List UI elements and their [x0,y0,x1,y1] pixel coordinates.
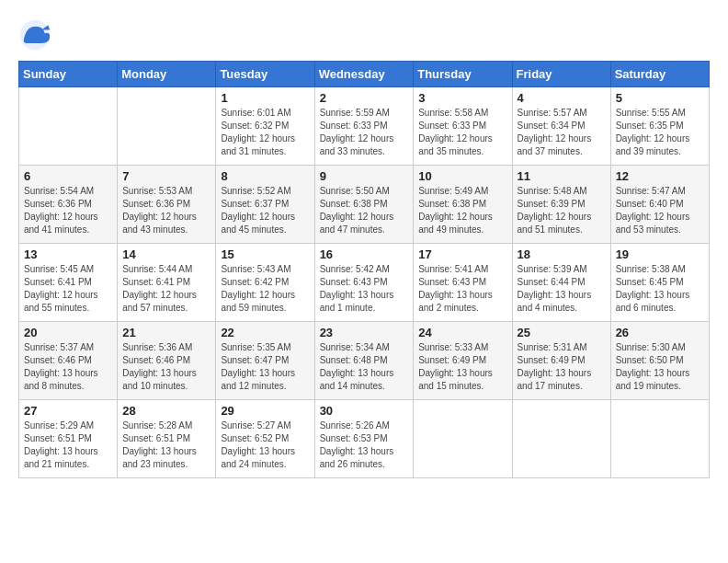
calendar-cell: 27Sunrise: 5:29 AM Sunset: 6:51 PM Dayli… [19,400,118,478]
calendar-week-row: 1Sunrise: 6:01 AM Sunset: 6:32 PM Daylig… [19,87,710,166]
calendar-week-row: 13Sunrise: 5:45 AM Sunset: 6:41 PM Dayli… [19,244,710,322]
calendar-cell: 2Sunrise: 5:59 AM Sunset: 6:33 PM Daylig… [314,87,414,166]
day-number: 30 [320,404,409,418]
day-header-sunday: Sunday [19,62,118,87]
day-number: 8 [221,169,309,183]
day-header-friday: Friday [512,62,610,87]
day-info: Sunrise: 5:47 AM Sunset: 6:40 PM Dayligh… [616,185,704,236]
calendar-cell: 25Sunrise: 5:31 AM Sunset: 6:49 PM Dayli… [512,322,610,400]
day-info: Sunrise: 5:58 AM Sunset: 6:33 PM Dayligh… [418,107,506,158]
day-info: Sunrise: 5:29 AM Sunset: 6:51 PM Dayligh… [24,419,112,471]
calendar-cell [414,400,512,478]
calendar-cell: 21Sunrise: 5:36 AM Sunset: 6:46 PM Dayli… [118,322,216,400]
calendar-cell: 3Sunrise: 5:58 AM Sunset: 6:33 PM Daylig… [414,87,512,166]
day-info: Sunrise: 5:34 AM Sunset: 6:48 PM Dayligh… [320,341,409,393]
day-number: 12 [616,169,704,183]
calendar-cell: 19Sunrise: 5:38 AM Sunset: 6:45 PM Dayli… [610,244,709,322]
day-number: 2 [320,91,409,105]
day-header-monday: Monday [118,62,216,87]
day-header-thursday: Thursday [414,62,512,87]
day-number: 18 [518,247,606,261]
day-number: 24 [418,326,506,339]
calendar-cell: 5Sunrise: 5:55 AM Sunset: 6:35 PM Daylig… [610,87,709,166]
day-number: 7 [122,169,210,183]
calendar-header-row: SundayMondayTuesdayWednesdayThursdayFrid… [19,62,710,87]
calendar-cell: 15Sunrise: 5:43 AM Sunset: 6:42 PM Dayli… [216,244,314,322]
calendar-cell: 11Sunrise: 5:48 AM Sunset: 6:39 PM Dayli… [512,166,610,244]
calendar-cell: 14Sunrise: 5:44 AM Sunset: 6:41 PM Dayli… [118,244,216,322]
day-info: Sunrise: 5:59 AM Sunset: 6:33 PM Dayligh… [320,107,409,158]
calendar-cell: 8Sunrise: 5:52 AM Sunset: 6:37 PM Daylig… [216,166,314,244]
day-info: Sunrise: 5:45 AM Sunset: 6:41 PM Dayligh… [24,263,112,315]
day-info: Sunrise: 5:41 AM Sunset: 6:43 PM Dayligh… [418,263,506,315]
day-number: 13 [24,247,112,261]
calendar-cell [19,87,118,166]
calendar-week-row: 20Sunrise: 5:37 AM Sunset: 6:46 PM Dayli… [19,322,710,400]
day-number: 6 [24,169,112,183]
calendar-cell: 20Sunrise: 5:37 AM Sunset: 6:46 PM Dayli… [19,322,118,400]
calendar-cell: 13Sunrise: 5:45 AM Sunset: 6:41 PM Dayli… [19,244,118,322]
calendar-cell [118,87,216,166]
day-header-wednesday: Wednesday [314,62,414,87]
day-info: Sunrise: 5:36 AM Sunset: 6:46 PM Dayligh… [122,341,210,393]
calendar-week-row: 27Sunrise: 5:29 AM Sunset: 6:51 PM Dayli… [19,400,710,478]
calendar-cell [610,400,709,478]
day-number: 20 [24,326,112,339]
day-number: 27 [24,404,112,418]
day-number: 17 [418,247,506,261]
day-info: Sunrise: 5:54 AM Sunset: 6:36 PM Dayligh… [24,185,112,236]
day-info: Sunrise: 5:30 AM Sunset: 6:50 PM Dayligh… [616,341,704,393]
day-info: Sunrise: 5:57 AM Sunset: 6:34 PM Dayligh… [518,107,606,158]
day-number: 23 [320,326,409,339]
day-header-saturday: Saturday [610,62,709,87]
calendar-cell: 1Sunrise: 6:01 AM Sunset: 6:32 PM Daylig… [216,87,314,166]
day-info: Sunrise: 5:37 AM Sunset: 6:46 PM Dayligh… [24,341,112,393]
calendar-cell: 23Sunrise: 5:34 AM Sunset: 6:48 PM Dayli… [314,322,414,400]
day-number: 22 [221,326,309,339]
day-number: 19 [616,247,704,261]
day-info: Sunrise: 5:52 AM Sunset: 6:37 PM Dayligh… [221,185,309,236]
day-number: 15 [221,247,309,261]
calendar-table: SundayMondayTuesdayWednesdayThursdayFrid… [18,61,710,478]
day-info: Sunrise: 5:42 AM Sunset: 6:43 PM Dayligh… [320,263,409,315]
day-number: 9 [320,169,409,183]
day-number: 26 [616,326,704,339]
calendar-cell: 6Sunrise: 5:54 AM Sunset: 6:36 PM Daylig… [19,166,118,244]
day-number: 29 [221,404,309,418]
page-header [18,18,710,52]
logo-icon [18,18,51,52]
calendar-cell: 22Sunrise: 5:35 AM Sunset: 6:47 PM Dayli… [216,322,314,400]
calendar-cell: 17Sunrise: 5:41 AM Sunset: 6:43 PM Dayli… [414,244,512,322]
calendar-cell: 7Sunrise: 5:53 AM Sunset: 6:36 PM Daylig… [118,166,216,244]
day-header-tuesday: Tuesday [216,62,314,87]
calendar-cell [512,400,610,478]
day-info: Sunrise: 5:48 AM Sunset: 6:39 PM Dayligh… [518,185,606,236]
day-info: Sunrise: 5:35 AM Sunset: 6:47 PM Dayligh… [221,341,309,393]
day-number: 3 [418,91,506,105]
calendar-cell: 9Sunrise: 5:50 AM Sunset: 6:38 PM Daylig… [314,166,414,244]
day-info: Sunrise: 5:31 AM Sunset: 6:49 PM Dayligh… [518,341,606,393]
day-info: Sunrise: 5:43 AM Sunset: 6:42 PM Dayligh… [221,263,309,315]
day-number: 16 [320,247,409,261]
day-number: 28 [122,404,210,418]
day-number: 4 [518,91,606,105]
calendar-cell: 18Sunrise: 5:39 AM Sunset: 6:44 PM Dayli… [512,244,610,322]
day-info: Sunrise: 5:39 AM Sunset: 6:44 PM Dayligh… [518,263,606,315]
calendar-cell: 29Sunrise: 5:27 AM Sunset: 6:52 PM Dayli… [216,400,314,478]
day-info: Sunrise: 5:27 AM Sunset: 6:52 PM Dayligh… [221,419,309,471]
day-number: 21 [122,326,210,339]
day-number: 25 [518,326,606,339]
calendar-cell: 28Sunrise: 5:28 AM Sunset: 6:51 PM Dayli… [118,400,216,478]
day-info: Sunrise: 5:50 AM Sunset: 6:38 PM Dayligh… [320,185,409,236]
day-info: Sunrise: 5:55 AM Sunset: 6:35 PM Dayligh… [616,107,704,158]
calendar-cell: 16Sunrise: 5:42 AM Sunset: 6:43 PM Dayli… [314,244,414,322]
day-info: Sunrise: 5:38 AM Sunset: 6:45 PM Dayligh… [616,263,704,315]
day-info: Sunrise: 6:01 AM Sunset: 6:32 PM Dayligh… [221,107,309,158]
day-number: 10 [418,169,506,183]
logo [18,18,55,52]
day-info: Sunrise: 5:28 AM Sunset: 6:51 PM Dayligh… [122,419,210,471]
day-info: Sunrise: 5:44 AM Sunset: 6:41 PM Dayligh… [122,263,210,315]
calendar-cell: 4Sunrise: 5:57 AM Sunset: 6:34 PM Daylig… [512,87,610,166]
day-info: Sunrise: 5:53 AM Sunset: 6:36 PM Dayligh… [122,185,210,236]
calendar-cell: 26Sunrise: 5:30 AM Sunset: 6:50 PM Dayli… [610,322,709,400]
